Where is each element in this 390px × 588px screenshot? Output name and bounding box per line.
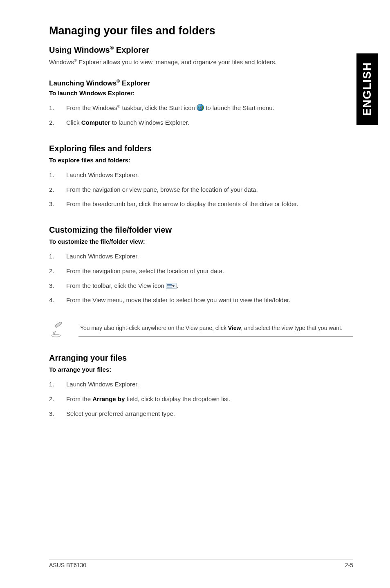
- list-item: 1. Launch Windows Explorer.: [49, 377, 353, 392]
- page-title: Managing your files and folders: [49, 25, 353, 37]
- explore-steps: 1. Launch Windows Explorer. 2. From the …: [49, 168, 353, 211]
- heading-using-explorer: Using Windows® Explorer: [49, 45, 353, 55]
- sub-explore: To explore files and folders:: [49, 157, 353, 164]
- list-item: 2. From the Arrange by field, click to d…: [49, 392, 353, 406]
- svg-point-0: [52, 334, 61, 337]
- heading-launching-explorer: Launching Windows® Explorer: [49, 79, 353, 88]
- footer-right: 2-5: [345, 562, 353, 568]
- start-icon: [197, 104, 204, 111]
- footer-left: ASUS BT6130: [49, 562, 86, 568]
- launch-steps: 1. From the Windows® taskbar, click the …: [49, 101, 353, 130]
- sub-arrange: To arrange your files:: [49, 366, 353, 373]
- sub-customize: To customize the file/folder view:: [49, 238, 353, 245]
- list-item: 1. From the Windows® taskbar, click the …: [49, 101, 353, 115]
- page-content: Managing your files and folders Using Wi…: [0, 0, 390, 449]
- list-item: 4. From the View menu, move the slider t…: [49, 293, 353, 307]
- view-icon: [166, 283, 177, 289]
- note-text: You may also right-click anywhere on the…: [78, 320, 353, 337]
- page-footer: ASUS BT6130 2-5: [49, 559, 353, 568]
- heading-exploring: Exploring files and folders: [49, 144, 353, 153]
- svg-marker-2: [53, 331, 56, 334]
- list-item: 1. Launch Windows Explorer.: [49, 249, 353, 264]
- arrange-steps: 1. Launch Windows Explorer. 2. From the …: [49, 377, 353, 421]
- list-item: 3. From the toolbar, click the View icon…: [49, 278, 353, 293]
- note-box: You may also right-click anywhere on the…: [50, 320, 353, 339]
- intro-text: Windows® Explorer allows you to view, ma…: [49, 58, 353, 65]
- customize-steps: 1. Launch Windows Explorer. 2. From the …: [49, 249, 353, 307]
- list-item: 3. From the breadcrumb bar, click the ar…: [49, 197, 353, 211]
- heading-customizing: Customizing the file/folder view: [49, 225, 353, 235]
- language-tab: ENGLISH: [356, 53, 378, 125]
- sub-launch: To launch Windows Explorer:: [49, 90, 353, 97]
- list-item: 1. Launch Windows Explorer.: [49, 168, 353, 182]
- heading-arranging: Arranging your files: [49, 353, 353, 363]
- list-item: 2. From the navigation or view pane, bro…: [49, 182, 353, 197]
- list-item: 2. From the navigation pane, select the …: [49, 264, 353, 278]
- list-item: 3. Select your preferred arrangement typ…: [49, 406, 353, 421]
- list-item: 2. Click Computer to launch Windows Expl…: [49, 115, 353, 130]
- pencil-icon: [50, 320, 66, 339]
- svg-rect-1: [55, 321, 62, 328]
